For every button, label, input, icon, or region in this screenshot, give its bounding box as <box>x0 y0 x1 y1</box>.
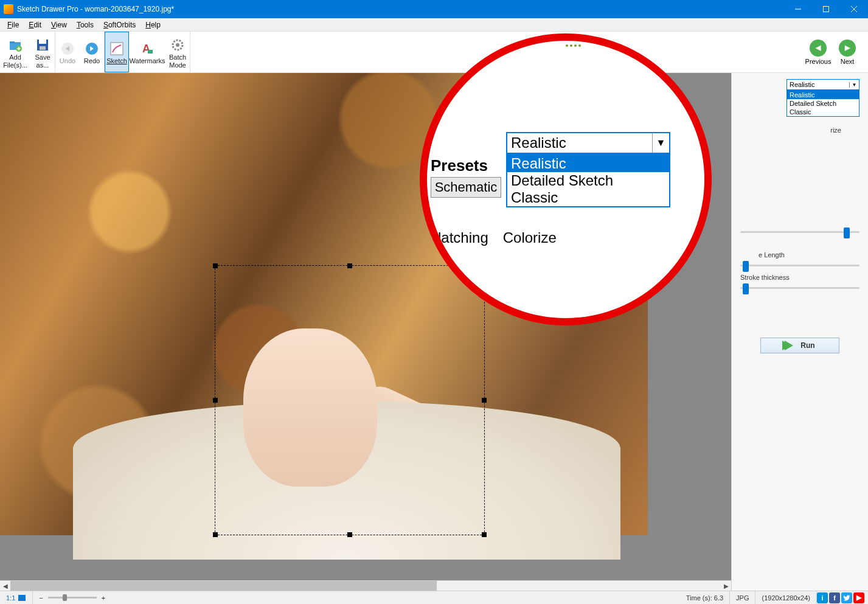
window-title: Sketch Drawer Pro - woman-2003647_1920.j… <box>17 5 174 13</box>
batch-mode-button[interactable]: BatchMode <box>165 32 190 72</box>
next-button[interactable]: ▶ Next <box>833 40 862 65</box>
svg-point-16 <box>176 43 179 47</box>
svg-rect-8 <box>39 40 46 44</box>
info-icon[interactable]: i <box>817 592 828 603</box>
mag-presets-label: Presets <box>431 156 488 175</box>
gear-icon <box>170 38 185 52</box>
menu-help[interactable]: Help <box>141 19 165 30</box>
social-links: i f ▶ <box>817 592 868 603</box>
mag-tab-colorize[interactable]: Colorize <box>503 229 557 246</box>
folder-plus-icon <box>8 38 23 52</box>
chevron-down-icon: ▼ <box>652 133 669 153</box>
selection-handle-e[interactable] <box>482 398 487 403</box>
stroke-length-slider[interactable] <box>740 265 859 266</box>
zoom-ratio[interactable]: 1:1 <box>0 591 33 604</box>
facebook-icon[interactable]: f <box>829 592 840 603</box>
app-icon <box>4 4 13 14</box>
close-button[interactable] <box>840 0 868 18</box>
save-as-button[interactable]: Saveas... <box>30 32 55 72</box>
save-as-label: Saveas... <box>35 54 50 68</box>
selection-handle-nw[interactable] <box>213 263 218 268</box>
sketch-icon <box>109 41 124 56</box>
selection-handle-w[interactable] <box>213 398 218 403</box>
colorize-label-partial: rize <box>740 127 859 134</box>
mag-style-dropdown[interactable]: Realistic ▼ <box>506 132 670 154</box>
style-selected: Realistic <box>787 81 849 88</box>
selection-box[interactable] <box>215 265 485 535</box>
zoom-in-icon[interactable]: + <box>102 594 105 602</box>
watermarks-label: Watermarks <box>130 57 165 64</box>
scroll-right-icon[interactable]: ▶ <box>721 581 731 591</box>
menubar: File Edit View Tools SoftOrbits Help <box>0 18 868 32</box>
style-option-realistic[interactable]: Realistic <box>787 91 859 99</box>
chevron-down-icon: ▼ <box>849 82 859 88</box>
previous-button[interactable]: ◀ Previous <box>804 40 833 65</box>
sketch-label: Sketch <box>106 57 127 64</box>
zoom-slider[interactable]: − + <box>33 591 111 604</box>
statusbar: 1:1 − + Time (s): 6.3 JPG (1920x1280x24)… <box>0 591 868 604</box>
mag-option-detailed[interactable]: Detailed Sketch <box>507 172 669 189</box>
run-label: Run <box>800 341 814 350</box>
svg-rect-12 <box>111 43 123 55</box>
svg-rect-14 <box>148 50 153 54</box>
scroll-left-icon[interactable]: ◀ <box>0 581 10 591</box>
side-panel: Realistic ▼ Realistic Detailed Sketch Cl… <box>731 73 868 591</box>
save-icon <box>35 38 50 52</box>
zoom-out-icon[interactable]: − <box>39 594 43 602</box>
next-label: Next <box>841 58 855 65</box>
stroke-thickness-label: Stroke thickness <box>740 274 859 281</box>
style-dropdown[interactable]: Realistic ▼ Realistic Detailed Sketch Cl… <box>786 79 859 90</box>
status-dimensions: (1920x1280x24) <box>755 591 817 604</box>
twitter-icon[interactable] <box>841 592 852 603</box>
selection-handle-se[interactable] <box>482 532 487 537</box>
redo-button[interactable]: Redo <box>80 32 104 72</box>
add-files-label: AddFile(s)... <box>3 54 27 68</box>
menu-softorbits[interactable]: SoftOrbits <box>99 19 141 30</box>
previous-label: Previous <box>805 58 832 65</box>
run-button[interactable]: Run <box>760 338 839 353</box>
titlebar: Sketch Drawer Pro - woman-2003647_1920.j… <box>0 0 868 18</box>
watermarks-button[interactable]: A Watermarks <box>129 32 165 72</box>
style-option-detailed[interactable]: Detailed Sketch <box>787 99 859 108</box>
style-dropdown-list: Realistic Detailed Sketch Classic <box>786 90 859 117</box>
undo-label: Undo <box>60 57 75 64</box>
svg-rect-9 <box>40 46 46 50</box>
status-time: Time (s): 6.3 <box>680 591 730 604</box>
fit-screen-icon <box>18 594 26 602</box>
youtube-icon[interactable]: ▶ <box>853 592 864 603</box>
status-format: JPG <box>730 591 755 604</box>
mag-tab-hatching-partial[interactable]: latching <box>438 229 488 246</box>
mag-option-realistic[interactable]: Realistic <box>507 155 669 172</box>
menu-tools[interactable]: Tools <box>72 19 99 30</box>
sketch-button[interactable]: Sketch <box>105 32 129 72</box>
selection-handle-n[interactable] <box>347 263 352 268</box>
slider-1[interactable] <box>740 231 859 233</box>
arrow-left-icon: ◀ <box>810 40 827 57</box>
undo-button[interactable]: Undo <box>55 32 80 72</box>
play-icon <box>785 341 793 350</box>
undo-icon <box>60 41 75 56</box>
horizontal-scrollbar[interactable]: ◀ ▶ <box>0 580 731 591</box>
stroke-length-label-partial: e Length <box>740 251 859 259</box>
mag-style-list: Realistic Detailed Sketch Classic <box>506 154 670 207</box>
watermarks-icon: A <box>140 41 155 56</box>
stroke-thickness-slider[interactable] <box>740 287 859 289</box>
maximize-button[interactable] <box>812 0 840 18</box>
selection-handle-s[interactable] <box>347 532 352 537</box>
arrow-right-icon: ▶ <box>839 40 856 57</box>
batch-mode-label: BatchMode <box>169 54 186 68</box>
menu-view[interactable]: View <box>46 19 72 30</box>
menu-file[interactable]: File <box>2 19 24 30</box>
minimize-button[interactable] <box>784 0 812 18</box>
svg-rect-1 <box>824 7 829 12</box>
mag-option-classic[interactable]: Classic <box>507 189 669 206</box>
toolbar: AddFile(s)... Saveas... Undo Redo Sketch… <box>0 32 868 73</box>
menu-edit[interactable]: Edit <box>24 19 46 30</box>
svg-rect-17 <box>18 595 26 601</box>
magnifier-annotation: Realistic ▼ Realistic Detailed Sketch Cl… <box>420 33 712 325</box>
selection-handle-sw[interactable] <box>213 532 218 537</box>
style-option-classic[interactable]: Classic <box>787 108 859 116</box>
scroll-thumb[interactable] <box>10 581 437 591</box>
mag-schematic-button[interactable]: Schematic <box>431 177 501 198</box>
add-files-button[interactable]: AddFile(s)... <box>0 32 30 72</box>
